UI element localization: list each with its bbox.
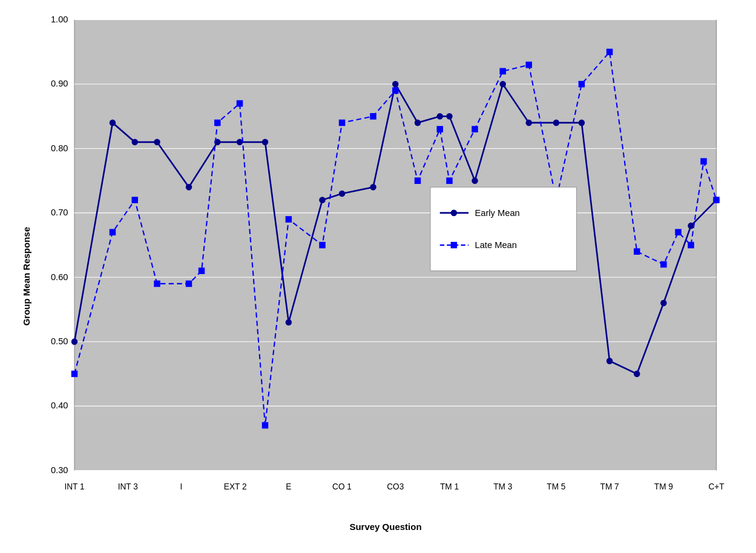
late-marker bbox=[499, 68, 506, 74]
late-marker bbox=[214, 120, 221, 126]
early-marker bbox=[606, 358, 613, 364]
early-marker bbox=[285, 319, 292, 326]
late-marker bbox=[688, 242, 694, 249]
legend-box bbox=[430, 187, 577, 270]
early-marker bbox=[154, 139, 160, 146]
early-marker bbox=[236, 139, 243, 146]
early-marker bbox=[525, 120, 532, 126]
late-marker bbox=[198, 267, 205, 274]
late-marker bbox=[414, 177, 421, 184]
svg-text:0.40: 0.40 bbox=[50, 401, 68, 410]
early-marker bbox=[319, 197, 326, 203]
y-axis-label: Group Mean Response bbox=[21, 227, 31, 326]
early-marker bbox=[660, 300, 667, 307]
early-marker bbox=[370, 184, 376, 191]
late-marker bbox=[578, 81, 585, 88]
legend-late-label: Late Mean bbox=[475, 240, 516, 250]
legend-early-marker bbox=[450, 210, 457, 217]
late-marker bbox=[675, 229, 682, 235]
svg-text:EXT 2: EXT 2 bbox=[223, 482, 246, 491]
legend-early-label: Early Mean bbox=[475, 208, 519, 218]
early-marker bbox=[578, 120, 585, 126]
svg-text:CO 1: CO 1 bbox=[332, 482, 352, 491]
svg-text:1.00: 1.00 bbox=[50, 15, 68, 24]
svg-text:C+T: C+T bbox=[708, 482, 725, 491]
svg-text:0.30: 0.30 bbox=[50, 465, 68, 475]
late-marker bbox=[338, 120, 345, 126]
early-marker bbox=[261, 139, 268, 146]
svg-text:TM 3: TM 3 bbox=[493, 482, 512, 491]
svg-text:INT 3: INT 3 bbox=[117, 482, 137, 491]
main-chart-svg: 1.00 0.90 0.80 0.70 0.60 bbox=[36, 13, 735, 515]
svg-text:TM 9: TM 9 bbox=[654, 482, 672, 491]
early-marker bbox=[71, 338, 77, 345]
late-marker bbox=[472, 126, 478, 133]
chart-inner: 1.00 0.90 0.80 0.70 0.60 bbox=[36, 13, 735, 540]
chart-wrapper: Group Mean Response 1.00 bbox=[21, 13, 735, 540]
late-marker bbox=[392, 87, 399, 94]
late-marker bbox=[236, 100, 243, 107]
legend-late-marker bbox=[450, 242, 457, 249]
svg-text:TM 5: TM 5 bbox=[547, 482, 565, 491]
late-marker bbox=[285, 216, 292, 223]
svg-text:I: I bbox=[180, 482, 182, 491]
late-marker bbox=[319, 242, 326, 249]
early-marker bbox=[109, 120, 116, 126]
late-marker bbox=[700, 158, 707, 165]
late-marker bbox=[131, 197, 138, 203]
early-marker bbox=[553, 120, 559, 126]
early-marker bbox=[446, 113, 453, 120]
late-marker bbox=[185, 281, 192, 287]
svg-text:0.70: 0.70 bbox=[50, 208, 68, 217]
svg-text:INT 1: INT 1 bbox=[64, 482, 84, 491]
early-marker bbox=[499, 81, 506, 88]
svg-text:0.50: 0.50 bbox=[50, 336, 68, 346]
early-marker bbox=[131, 139, 138, 146]
svg-text:TM 7: TM 7 bbox=[600, 482, 619, 491]
svg-text:0.80: 0.80 bbox=[50, 143, 68, 153]
late-marker bbox=[436, 126, 443, 133]
svg-text:CO3: CO3 bbox=[387, 482, 404, 491]
svg-text:0.90: 0.90 bbox=[50, 79, 68, 88]
late-marker bbox=[713, 197, 720, 203]
late-marker bbox=[370, 113, 376, 120]
late-marker bbox=[71, 371, 77, 378]
late-marker bbox=[525, 62, 532, 68]
svg-text:E: E bbox=[286, 482, 291, 491]
early-marker bbox=[472, 177, 478, 184]
early-marker bbox=[414, 120, 421, 126]
early-marker bbox=[338, 191, 345, 197]
svg-text:TM 1: TM 1 bbox=[439, 482, 458, 491]
early-marker bbox=[392, 81, 399, 88]
late-marker bbox=[109, 229, 116, 235]
late-marker bbox=[660, 261, 667, 268]
svg-text:0.60: 0.60 bbox=[50, 272, 68, 281]
late-marker bbox=[606, 49, 613, 56]
early-marker bbox=[436, 113, 443, 120]
x-axis-label: Survey Question bbox=[36, 515, 735, 540]
early-marker bbox=[634, 371, 640, 378]
late-marker bbox=[154, 281, 160, 287]
early-marker bbox=[185, 184, 192, 191]
late-marker bbox=[446, 177, 453, 184]
late-marker bbox=[261, 422, 268, 429]
chart-plot-area: 1.00 0.90 0.80 0.70 0.60 bbox=[36, 13, 735, 515]
early-marker bbox=[688, 223, 694, 229]
chart-container: Group Mean Response 1.00 bbox=[21, 13, 735, 540]
late-marker bbox=[634, 248, 640, 255]
